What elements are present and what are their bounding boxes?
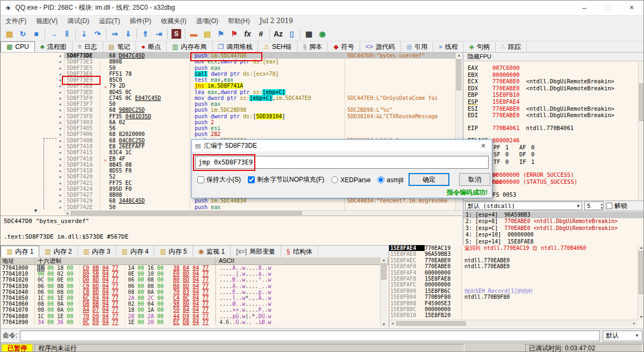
memory-row[interactable]: 7704109034 00 36 00 0C D9 04 77 1E 00 20… <box>1 319 389 325</box>
step-over-icon[interactable]: ↷ <box>91 28 104 40</box>
stack-row[interactable]: 15E8FAEC770EABE0ntdll.770EABE0 <box>389 257 644 263</box>
breakpoint-dot-icon[interactable]: ● <box>56 192 64 198</box>
cancel-button[interactable]: 取消 <box>459 173 490 186</box>
breakpoint-dot-icon[interactable]: ● <box>56 119 64 125</box>
breakpoint-dot-icon[interactable]: ● <box>56 65 64 71</box>
memory-row[interactable]: 7704107008 00 0A 00 A4 D7 04 77 18 00 1A… <box>1 307 389 313</box>
breakpoint-dot-icon[interactable]: ● <box>56 77 64 83</box>
menu-item[interactable]: 选项(O) <box>191 17 223 26</box>
disasm-row[interactable]: ●5D8F7405 56push esi <box>1 125 462 131</box>
menu-item[interactable]: 插件(P) <box>125 17 156 26</box>
memory-row[interactable]: 7704100016 00 18 00 C0 8B 04 77 14 00 16… <box>1 265 389 271</box>
menu-item[interactable]: 调试(D) <box>62 17 94 26</box>
preferences-az-icon[interactable]: Az <box>271 28 285 40</box>
xedparse-radio[interactable]: XEDParse <box>331 176 370 184</box>
tab-locals[interactable]: [x=]局部变量 <box>231 246 281 257</box>
breakpoint-dot-icon[interactable]: ● <box>56 162 64 168</box>
menu-item[interactable]: 视图(V) <box>31 17 62 26</box>
register-row[interactable]: EIP770B4061ntdll.770B4061 <box>468 125 644 132</box>
breakpoint-dot-icon[interactable]: ● <box>56 83 64 89</box>
breakpoint-dot-icon[interactable]: ● <box>56 131 64 137</box>
disasm-row[interactable]: ●5D8F73FD FF35 0481D35Dpush dword ptr ds… <box>1 113 462 119</box>
dialog-close-icon[interactable]: × <box>475 141 492 150</box>
breakpoint-dot-icon[interactable]: ● <box>56 59 64 64</box>
tab-symbols[interactable]: ◆符号 <box>328 41 360 52</box>
register-row[interactable]: EAX007C6000 <box>468 64 644 71</box>
tab-dump-4[interactable]: ▥内存 4 <box>116 246 154 257</box>
stack-row[interactable]: 15E8FB1015E8FB20 <box>389 312 644 318</box>
memory-row[interactable]: 770410200C 00 0E 00 D0 8D 04 77 06 00 08… <box>1 277 389 283</box>
tab-cpu[interactable]: ▦CPU <box>1 41 35 52</box>
run-until-icon[interactable]: ⇒ <box>108 28 121 40</box>
breakpoint-dot-icon[interactable]: ● <box>56 143 64 149</box>
argument-row[interactable]: 2: [esp+8] 770EABE0 <ntdll.DbgUiRemoteBr… <box>463 218 644 225</box>
register-row[interactable]: EDX770EABE0<ntdll.DbgUiRemoteBreakin> <box>468 85 644 92</box>
disasm-row[interactable]: ●5D8F7406 68 82020000push 282 <box>1 131 462 137</box>
open-file-icon[interactable]: ▨ <box>3 28 16 40</box>
patches-icon[interactable]: ▬ <box>187 28 201 40</box>
menu-item[interactable]: 帮助(H) <box>223 17 255 26</box>
breakpoint-dot-icon[interactable]: ● <box>56 71 64 77</box>
disasm-row[interactable]: ●5D8F7403 6A 02push 2 <box>1 119 462 125</box>
address-column-header[interactable]: 地址 <box>1 257 35 264</box>
menu-item[interactable]: 文件(F) <box>1 17 31 26</box>
tab-references[interactable]: ◎引用 <box>401 41 433 52</box>
minimize-button[interactable]: – <box>573 1 596 16</box>
flags-row[interactable]: CF0TF0IF1 <box>468 159 644 166</box>
hex-column-header[interactable]: 十六进制 <box>35 257 216 264</box>
disasm-row[interactable]: ●5D8F73F8 68 98BDC25Dpush im.5DC2BD985DC… <box>1 107 462 113</box>
assemble-instruction-input[interactable] <box>195 156 489 169</box>
tab-dump-2[interactable]: ▥内存 2 <box>39 246 77 257</box>
stack-row[interactable]: 15E8FAF815E8FAE8 <box>389 276 644 282</box>
comments-icon[interactable]: ▤ <box>201 28 214 40</box>
stack-hscrollbar[interactable]: ◂ ▸ <box>389 320 638 327</box>
tab-breakpoints[interactable]: ●断点 <box>136 41 167 52</box>
breakpoint-dot-icon[interactable]: ● <box>56 101 64 107</box>
unlock-checkbox[interactable] <box>606 203 612 209</box>
breakpoint-dot-icon[interactable]: ● <box>56 204 64 210</box>
stack-row[interactable]: 15E8FB0015E8FB6C指向SEH_Record[1]的指针 <box>389 288 644 294</box>
tab-threads[interactable]: »线程 <box>433 41 464 52</box>
argument-row[interactable]: 3: [esp+C] 770EABE0 <ntdll.DbgUiRemoteBr… <box>463 225 644 232</box>
breakpoint-dot-icon[interactable]: ● <box>56 180 64 186</box>
disasm-row[interactable]: ●5D8F73E6 FF51 78call dword ptr ds:[ecx+… <box>1 71 462 77</box>
register-row[interactable]: EFLAGS00000246 <box>468 137 644 144</box>
memory-row[interactable]: 7704104006 00 08 00 C8 8D 04 77 08 00 0A… <box>1 289 389 295</box>
stack-vscrollbar[interactable]: ▲ ▼ <box>638 245 644 320</box>
hash-icon[interactable]: # <box>254 28 268 40</box>
hide-fpu-button[interactable]: 隐藏FPU <box>463 53 644 61</box>
breakpoint-dot-icon[interactable]: ● <box>56 156 64 162</box>
breakpoint-dot-icon[interactable]: ● <box>56 198 64 204</box>
flags-row[interactable]: OF0SF0DF0 <box>468 151 644 159</box>
tab-struct[interactable]: §结构体 <box>281 246 318 257</box>
calling-convention-select[interactable]: 默认 (stdcall) ▼ <box>465 202 582 210</box>
disasm-row[interactable]: ●5D8F73E9 85C0test eax,eax <box>1 77 462 83</box>
attach-icon[interactable]: ⇥ <box>152 28 166 40</box>
disasm-row[interactable]: ●5D8F73E5 50push eax <box>1 65 462 71</box>
log-window-icon[interactable]: ▯ <box>285 28 298 40</box>
stack-row[interactable]: 15E8FAE896A59BB3 <box>389 251 644 257</box>
argument-row[interactable]: 1: [esp+4] 96A59BB3 <box>463 212 644 218</box>
register-row[interactable]: ESI770EABE0<ntdll.DbgUiRemoteBreakin> <box>468 105 644 112</box>
menu-item[interactable]: 追踪(T) <box>94 17 125 26</box>
tab-handles[interactable]: ◈句柄 <box>464 41 496 52</box>
calculator-icon[interactable]: ▦ <box>302 28 316 40</box>
disasm-row[interactable]: ●5D8F73ED 8D45 0Clea eax,dword ptr ss:[e… <box>1 89 462 95</box>
stack-row[interactable]: 15E8FB08F45905E3 <box>389 300 644 306</box>
memory-row[interactable]: 7704103006 00 08 00 C0 8D 04 77 06 00 08… <box>1 283 389 289</box>
last-status-row[interactable]: LastStatus00000000 (STATUS_SUCCESS) <box>468 178 644 185</box>
tab-log[interactable]: ≡日志 <box>73 41 103 52</box>
stack-row[interactable]: 15E8FAF0770EABE0ntdll.770EABE0 <box>389 263 644 269</box>
stack-row[interactable]: 15E8FB04770B9F80ntdll.770B9F80 <box>389 294 644 300</box>
tab-dump-3[interactable]: ▥内存 3 <box>78 246 116 257</box>
restart-icon[interactable]: ↻ <box>16 28 30 40</box>
breakpoint-dot-icon[interactable]: ● <box>56 125 64 131</box>
bookmarks-icon[interactable]: ⚑ <box>227 28 241 40</box>
tab-dump-1[interactable]: ▥内存 1 <box>1 246 39 257</box>
stack-row[interactable]: 15E8FAF400000000 <box>389 270 644 276</box>
scylla-icon[interactable]: S <box>171 29 181 39</box>
memory-row[interactable]: 770410501C 00 1E 00 6C 84 04 77 2A 00 2C… <box>1 295 389 301</box>
labels-icon[interactable]: ⚑ <box>214 28 227 40</box>
arg-count-stepper[interactable]: 5 ▲▼ <box>584 202 604 210</box>
memory-row[interactable]: 770410801C 00 1E 00 70 D9 04 77 28 00 2A… <box>1 313 389 319</box>
